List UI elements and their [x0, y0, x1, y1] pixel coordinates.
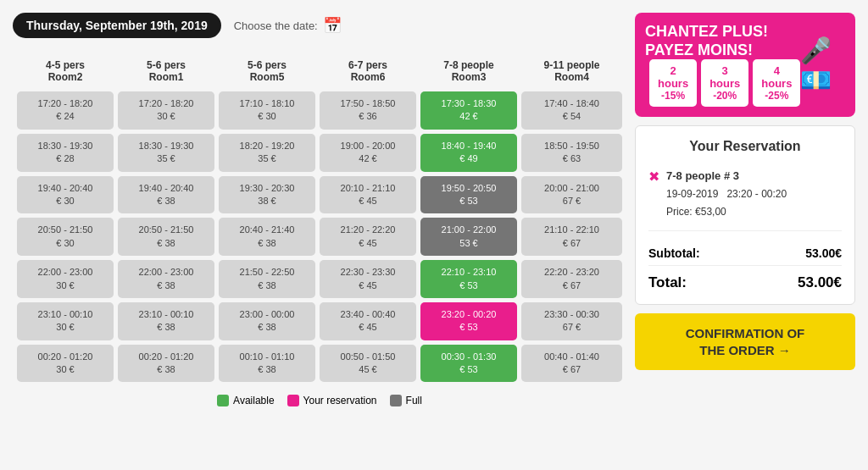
item-name: 7-8 people # 3 [666, 167, 787, 185]
schedule-grid: 4-5 persRoom25-6 persRoom15-6 persRoom56… [13, 51, 626, 386]
table-cell: 21:10 - 22:10€ 67 [521, 218, 622, 256]
item-time-end: 00:20 [761, 188, 787, 200]
promo-icon: 🎤💶 [800, 36, 845, 95]
table-cell: 17:50 - 18:50€ 36 [320, 91, 416, 130]
time-slot[interactable]: 19:40 - 20:40€ 38 [118, 176, 214, 214]
left-panel: Thursday, September 19th, 2019 Choose th… [13, 13, 626, 406]
calendar-icon[interactable]: 📅 [323, 16, 342, 35]
table-cell: 19:40 - 20:40€ 38 [118, 176, 214, 214]
table-cell: 00:20 - 01:20€ 38 [118, 345, 214, 383]
time-slot: 19:50 - 20:50€ 53 [420, 176, 517, 214]
time-slot[interactable]: 17:20 - 18:2030 € [118, 91, 214, 130]
time-slot[interactable]: 17:10 - 18:10€ 30 [219, 91, 315, 130]
table-cell: 20:50 - 21:50€ 30 [17, 218, 114, 256]
time-slot[interactable]: 17:50 - 18:50€ 36 [320, 91, 416, 130]
time-slot[interactable]: 23:10 - 00:10€ 38 [118, 302, 214, 340]
time-slot[interactable]: 20:50 - 21:50€ 38 [118, 218, 214, 256]
table-cell: 18:20 - 19:2035 € [219, 134, 315, 172]
date-badge: Thursday, September 19th, 2019 [13, 13, 221, 38]
right-panel: CHANTEZ PLUS! PAYEZ MOINS! 2 hours-15%3 … [635, 13, 855, 406]
col-header-col2: 5-6 persRoom1 [118, 55, 214, 87]
time-slot[interactable]: 22:30 - 23:30€ 45 [320, 260, 416, 298]
time-slot[interactable]: 17:20 - 18:20€ 24 [17, 91, 114, 130]
col-header-col6: 9-11 peopleRoom4 [521, 55, 622, 87]
col-header-col1: 4-5 persRoom2 [17, 55, 114, 87]
table-cell: 00:10 - 01:10€ 38 [219, 345, 315, 383]
confirm-line1: CONFIRMATION OF [686, 326, 805, 340]
time-slot[interactable]: 00:20 - 01:2030 € [17, 345, 114, 383]
item-details: 7-8 people # 3 19-09-2019 23:20 - 00:20 … [666, 167, 787, 220]
time-slot[interactable]: 20:40 - 21:40€ 38 [219, 218, 315, 256]
legend: Available Your reservation Full [13, 395, 626, 406]
time-slot[interactable]: 20:50 - 21:50€ 30 [17, 218, 114, 256]
time-slot[interactable]: 00:20 - 01:20€ 38 [118, 345, 214, 383]
table-cell: 20:10 - 21:10€ 45 [320, 176, 416, 214]
time-slot[interactable]: 18:40 - 19:40€ 49 [420, 134, 517, 172]
time-slot[interactable]: 21:50 - 22:50€ 38 [219, 260, 315, 298]
time-slot[interactable]: 19:40 - 20:40€ 30 [17, 176, 114, 214]
table-cell: 18:50 - 19:50€ 63 [521, 134, 622, 172]
table-cell: 18:40 - 19:40€ 49 [420, 134, 517, 172]
legend-reservation: Your reservation [287, 395, 377, 406]
table-cell: 20:50 - 21:50€ 38 [118, 218, 214, 256]
full-label: Full [406, 395, 422, 406]
time-slot[interactable]: 17:40 - 18:40€ 54 [521, 91, 622, 130]
time-slot[interactable]: 00:40 - 01:40€ 67 [521, 345, 622, 383]
promo-line1: CHANTEZ PLUS! [645, 23, 800, 41]
time-slot[interactable]: 23:10 - 00:1030 € [17, 302, 114, 340]
time-slot[interactable]: 22:20 - 23:20€ 67 [521, 260, 622, 298]
item-price-row: Price: €53,00 [666, 203, 787, 220]
table-cell: 20:00 - 21:0067 € [521, 176, 622, 214]
time-slot[interactable]: 21:10 - 22:10€ 67 [521, 218, 622, 256]
time-slot: 21:00 - 22:0053 € [420, 218, 517, 256]
table-cell: 22:00 - 23:00€ 38 [118, 260, 214, 298]
time-slot[interactable]: 18:20 - 19:2035 € [219, 134, 315, 172]
full-dot [390, 395, 402, 406]
time-slot[interactable]: 22:00 - 23:00€ 38 [118, 260, 214, 298]
time-slot[interactable]: 00:30 - 01:30€ 53 [420, 345, 517, 383]
time-slot[interactable]: 20:00 - 21:0067 € [521, 176, 622, 214]
time-slot[interactable]: 22:00 - 23:0030 € [17, 260, 114, 298]
legend-available: Available [217, 395, 274, 406]
time-slot[interactable]: 20:10 - 21:10€ 45 [320, 176, 416, 214]
total-value: 53.00€ [798, 274, 842, 291]
promo-hours: 2 hours-15%3 hours-20%4 hours-25% [645, 59, 800, 107]
choose-date-label: Choose the date: 📅 [234, 16, 342, 35]
time-slot[interactable]: 23:40 - 00:40€ 45 [320, 302, 416, 340]
time-slot[interactable]: 19:00 - 20:0042 € [320, 134, 416, 172]
reservation-panel: Your Reservation ✖ 7-8 people # 3 19-09-… [635, 125, 855, 305]
table-cell: 18:30 - 19:30€ 28 [17, 134, 114, 172]
table-cell: 21:50 - 22:50€ 38 [219, 260, 315, 298]
time-slot[interactable]: 00:10 - 01:10€ 38 [219, 345, 315, 383]
promo-hour-item: 3 hours-20% [701, 59, 748, 107]
col-header-col5: 7-8 peopleRoom3 [420, 55, 517, 87]
time-slot[interactable]: 18:50 - 19:50€ 63 [521, 134, 622, 172]
table-cell: 00:30 - 01:30€ 53 [420, 345, 517, 383]
table-cell: 23:20 - 00:20€ 53 [420, 302, 517, 340]
table-cell: 23:30 - 00:3067 € [521, 302, 622, 340]
time-slot[interactable]: 21:20 - 22:20€ 45 [320, 218, 416, 256]
time-slot[interactable]: 18:30 - 19:3035 € [118, 134, 214, 172]
table-cell: 17:40 - 18:40€ 54 [521, 91, 622, 130]
promo-text: CHANTEZ PLUS! PAYEZ MOINS! 2 hours-15%3 … [645, 23, 800, 107]
time-slot[interactable]: 19:30 - 20:3038 € [219, 176, 315, 214]
table-cell: 19:50 - 20:50€ 53 [420, 176, 517, 214]
subtotal-value: 53.00€ [805, 246, 842, 260]
table-cell: 17:20 - 18:20€ 24 [17, 91, 114, 130]
time-slot[interactable]: 23:00 - 00:00€ 38 [219, 302, 315, 340]
table-cell: 17:10 - 18:10€ 30 [219, 91, 315, 130]
time-slot[interactable]: 00:50 - 01:5045 € [320, 345, 416, 383]
total-row: Total: 53.00€ [648, 265, 842, 291]
promo-hour-item: 4 hours-25% [753, 59, 800, 107]
table-cell: 22:20 - 23:20€ 67 [521, 260, 622, 298]
time-slot[interactable]: 18:30 - 19:30€ 28 [17, 134, 114, 172]
remove-item-button[interactable]: ✖ [648, 169, 659, 185]
time-slot[interactable]: 17:30 - 18:3042 € [420, 91, 517, 130]
table-cell: 00:40 - 01:40€ 67 [521, 345, 622, 383]
table-cell: 23:10 - 00:10€ 38 [118, 302, 214, 340]
time-slot[interactable]: 23:20 - 00:20€ 53 [420, 302, 517, 340]
time-slot[interactable]: 22:10 - 23:10€ 53 [420, 260, 517, 298]
time-slot[interactable]: 23:30 - 00:3067 € [521, 302, 622, 340]
confirm-order-button[interactable]: CONFIRMATION OF THE ORDER → [635, 313, 855, 370]
item-time-start: 23:20 [726, 188, 752, 200]
